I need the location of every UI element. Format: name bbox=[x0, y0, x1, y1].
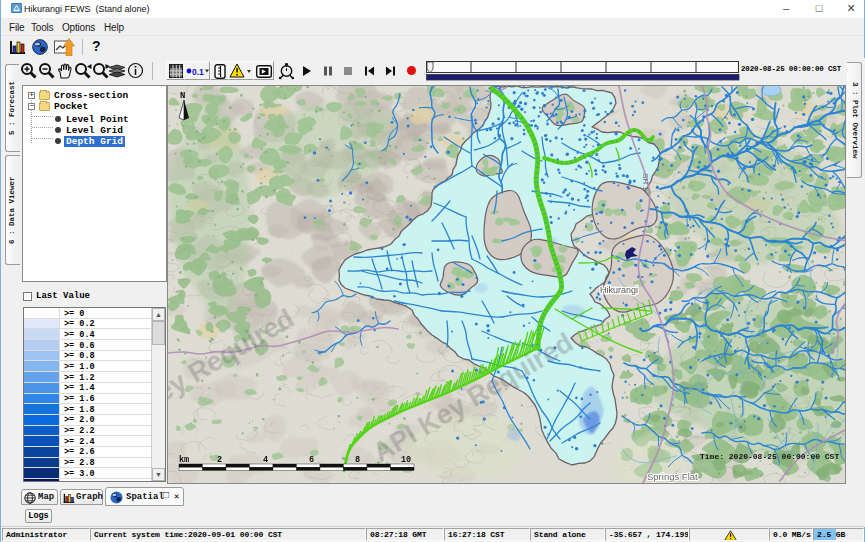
svg-text:N: N bbox=[180, 91, 185, 101]
svg-text:8: 8 bbox=[355, 455, 360, 465]
svg-text:Time: 2020-08-25 00:00:00 CST: Time: 2020-08-25 00:00:00 CST bbox=[700, 452, 839, 461]
svg-text:Springs Flat: Springs Flat bbox=[647, 471, 698, 482]
svg-text:km: km bbox=[179, 455, 189, 465]
svg-text:4: 4 bbox=[263, 455, 268, 465]
svg-text:10: 10 bbox=[401, 455, 411, 465]
svg-text:2: 2 bbox=[217, 455, 222, 465]
svg-text:6: 6 bbox=[309, 455, 314, 465]
svg-text:0.1: 0.1 bbox=[192, 67, 204, 77]
svg-text:Hikurangi: Hikurangi bbox=[600, 285, 638, 295]
svg-text:SH 1: SH 1 bbox=[641, 173, 650, 191]
